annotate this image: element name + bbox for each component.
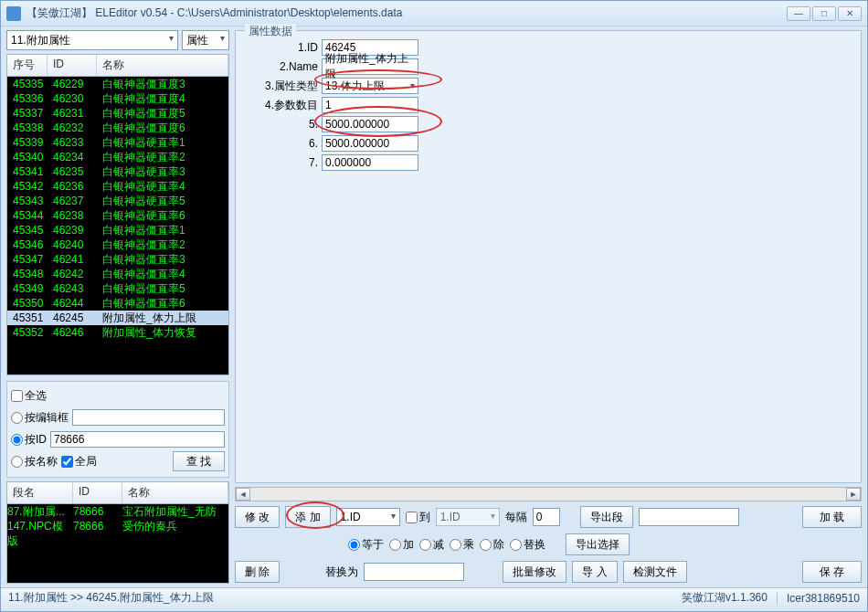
id-field-combo-2[interactable]: 1.ID <box>436 508 500 526</box>
property-row: 5.5000.000000 <box>245 115 852 133</box>
property-row: 7.0.000000 <box>245 153 852 172</box>
table-row[interactable]: 4534546239白银神器僵直率1 <box>7 223 228 237</box>
load-button[interactable]: 加 载 <box>802 506 862 528</box>
property-label: 6. <box>245 137 322 150</box>
table-row[interactable]: 4534146235白银神器硬直率3 <box>7 164 228 179</box>
table-row[interactable]: 4535146245附加属性_体力上限 <box>7 311 228 325</box>
edit-search-input[interactable] <box>72 409 225 426</box>
window-title: 【笑傲江湖】 ELEditor v0.54 - C:\Users\Adminis… <box>26 5 785 21</box>
app-icon <box>6 6 21 21</box>
op-eq-radio[interactable]: 等于 <box>348 537 384 553</box>
horizontal-scrollbar[interactable]: ◄ ► <box>235 487 862 501</box>
property-value[interactable]: 1 <box>322 97 418 113</box>
property-row: 6.5000.000000 <box>245 134 852 153</box>
delete-button[interactable]: 删 除 <box>235 561 280 583</box>
replace-input[interactable] <box>364 563 464 581</box>
interval-label: 每隔 <box>505 510 527 525</box>
select-all-check[interactable]: 全选 <box>11 388 47 404</box>
search-grid-header: 段名 ID 名称 <box>6 481 229 503</box>
export-sel-button[interactable]: 导出选择 <box>566 533 630 555</box>
property-row: 3.属性类型13.体力上限 <box>245 77 852 95</box>
left-panel: 11.附加属性 属性 序号 ID 名称 4533546229白银神器僵直度345… <box>6 30 229 587</box>
attribute-combo[interactable]: 属性 <box>182 30 229 50</box>
import-button[interactable]: 导 入 <box>572 561 617 583</box>
property-legend: 属性数据 <box>245 24 296 39</box>
scroll-right-icon[interactable]: ► <box>846 488 861 501</box>
table-row[interactable]: 4534346237白银神器硬直率5 <box>7 194 228 208</box>
property-label: 3.属性类型 <box>245 79 322 94</box>
col-id[interactable]: ID <box>48 55 97 76</box>
export-seg-button[interactable]: 导出段 <box>580 506 633 528</box>
col-sname[interactable]: 名称 <box>122 482 228 503</box>
op-sub-radio[interactable]: 减 <box>419 537 444 553</box>
statusbar: 11.附加属性 >> 46245.附加属性_体力上限 笑傲江湖v1.1.360 … <box>1 587 867 607</box>
property-label: 4.参数数目 <box>245 98 322 113</box>
table-row[interactable]: 4534646240白银神器僵直率2 <box>7 237 228 252</box>
property-label: 5. <box>245 118 322 131</box>
table-row[interactable]: 4534046234白银神器硬直率2 <box>7 150 228 164</box>
property-label: 2.Name <box>245 60 322 73</box>
table-row[interactable]: 4533946233白银神器硬直率1 <box>7 135 228 150</box>
save-button[interactable]: 保 存 <box>802 561 862 583</box>
status-path: 11.附加属性 >> 46245.附加属性_体力上限 <box>8 590 214 606</box>
property-row: 2.Name附加属性_体力上限 <box>245 58 852 76</box>
interval-input[interactable] <box>533 508 560 526</box>
item-grid-header: 序号 ID 名称 <box>6 54 229 76</box>
by-edit-radio[interactable]: 按编辑框 <box>11 410 69 426</box>
by-name-radio[interactable]: 按名称 <box>11 454 58 470</box>
to-check[interactable]: 到 <box>406 510 430 525</box>
col-name[interactable]: 名称 <box>97 55 228 76</box>
close-button[interactable]: ✕ <box>838 6 862 21</box>
op-rep-radio[interactable]: 替换 <box>510 537 545 553</box>
op-div-radio[interactable]: 除 <box>480 537 504 553</box>
property-value[interactable]: 5000.000000 <box>322 116 418 132</box>
modify-button[interactable]: 修 改 <box>235 506 280 528</box>
id-field-combo[interactable]: 1.ID <box>336 508 400 526</box>
col-sid[interactable]: ID <box>73 482 122 503</box>
add-button[interactable]: 添 加 <box>285 506 330 528</box>
category-combo[interactable]: 11.附加属性 <box>6 30 178 50</box>
export-path-input[interactable] <box>639 508 739 526</box>
search-row[interactable]: 147.NPC模版78666受伤的秦兵 <box>7 519 228 533</box>
table-row[interactable]: 4533746231白银神器僵直度5 <box>7 106 228 121</box>
scroll-left-icon[interactable]: ◄ <box>236 488 250 501</box>
table-row[interactable]: 4534746241白银神器僵直率3 <box>7 252 228 267</box>
replace-as-label: 替换为 <box>325 565 358 580</box>
right-panel: 属性数据 1.ID462452.Name附加属性_体力上限3.属性类型13.体力… <box>235 30 862 587</box>
table-row[interactable]: 4534946243白银神器僵直率5 <box>7 281 228 296</box>
global-check[interactable]: 全局 <box>61 454 97 470</box>
table-row[interactable]: 4534846242白银神器僵直率4 <box>7 267 228 281</box>
property-value[interactable]: 附加属性_体力上限 <box>322 58 418 75</box>
maximize-button[interactable]: □ <box>812 6 836 21</box>
by-id-radio[interactable]: 按ID <box>11 432 47 448</box>
table-row[interactable]: 4533846232白银神器僵直度6 <box>7 121 228 135</box>
table-row[interactable]: 4534246236白银神器硬直率4 <box>7 179 228 194</box>
op-add-radio[interactable]: 加 <box>389 537 414 553</box>
table-row[interactable]: 4535046244白银神器僵直率6 <box>7 296 228 311</box>
table-row[interactable]: 4533546229白银神器僵直度3 <box>7 77 228 91</box>
status-author: Icer381869510 <box>787 592 860 605</box>
property-fieldset: 属性数据 1.ID462452.Name附加属性_体力上限3.属性类型13.体力… <box>235 30 862 483</box>
property-label: 7. <box>245 156 322 169</box>
property-value[interactable]: 13.体力上限 <box>322 78 418 94</box>
search-grid[interactable]: 87.附加属...78666宝石附加属性_无防147.NPC模版78666受伤的… <box>6 503 229 584</box>
status-version: 笑傲江湖v1.1.360 <box>682 590 767 606</box>
action-bar: 修 改 添 加 1.ID 到 1.ID 每隔 导出段 加 载 等于 加 减 乘 … <box>235 505 862 587</box>
property-value[interactable]: 5000.000000 <box>322 135 418 152</box>
check-file-button[interactable]: 检测文件 <box>623 561 687 583</box>
property-value[interactable]: 0.000000 <box>322 154 418 171</box>
table-row[interactable]: 4534446238白银神器硬直率6 <box>7 208 228 223</box>
table-row[interactable]: 4533646230白银神器僵直度4 <box>7 91 228 106</box>
minimize-button[interactable]: — <box>787 6 810 21</box>
item-grid[interactable]: 4533546229白银神器僵直度34533646230白银神器僵直度44533… <box>6 76 229 375</box>
op-mul-radio[interactable]: 乘 <box>450 537 474 553</box>
col-seg[interactable]: 段名 <box>7 482 73 503</box>
search-button[interactable]: 查 找 <box>173 451 225 471</box>
search-row[interactable]: 87.附加属...78666宝石附加属性_无防 <box>7 504 228 519</box>
filter-box: 全选 按编辑框 按ID 按名称 全局 查 找 <box>6 381 229 478</box>
batch-button[interactable]: 批量修改 <box>503 561 566 583</box>
col-seq[interactable]: 序号 <box>7 55 48 76</box>
id-search-input[interactable] <box>50 431 225 448</box>
table-row[interactable]: 4535246246附加属性_体力恢复 <box>7 325 228 340</box>
property-label: 1.ID <box>245 41 322 54</box>
